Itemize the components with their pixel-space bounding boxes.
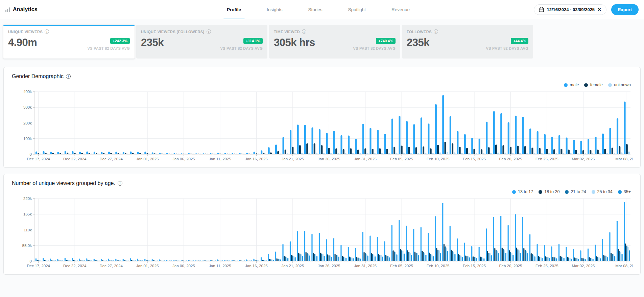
age-demographic-panel: Number of unique viewers grouped by age.…: [3, 174, 641, 275]
svg-text:Mar 02, 2025: Mar 02, 2025: [572, 264, 595, 268]
card-change-badge: +740.4%: [376, 38, 396, 44]
svg-text:Feb 05, 2025: Feb 05, 2025: [390, 264, 413, 268]
svg-text:Mar 08, 2025: Mar 08, 2025: [615, 157, 633, 161]
svg-text:Jan 01, 2025: Jan 01, 2025: [136, 264, 159, 268]
legend-dot-icon: [564, 83, 568, 87]
tab-revenue[interactable]: Revenue: [390, 0, 411, 19]
legend-label: 25 to 34: [597, 189, 613, 194]
svg-text:Jan 06, 2025: Jan 06, 2025: [172, 264, 195, 268]
tab-profile[interactable]: Profile: [225, 0, 242, 19]
svg-text:Jan 21, 2025: Jan 21, 2025: [282, 157, 304, 161]
legend-item-unknown[interactable]: unknown: [608, 83, 631, 87]
export-button[interactable]: Export: [611, 4, 639, 15]
svg-text:Feb 25, 2025: Feb 25, 2025: [535, 157, 558, 161]
card-value: 235k: [141, 37, 164, 49]
topbar-actions: 12/16/2024 - 03/09/2025 ✕ Export: [534, 4, 639, 15]
legend-dot-icon: [512, 190, 516, 194]
svg-text:300k: 300k: [23, 105, 32, 109]
svg-text:Dec 27, 2024: Dec 27, 2024: [99, 157, 123, 161]
gender-legend: malefemaleunknown: [12, 82, 631, 88]
legend-dot-icon: [618, 190, 622, 194]
legend-item-female[interactable]: female: [584, 83, 603, 87]
svg-text:Feb 20, 2025: Feb 20, 2025: [499, 264, 522, 268]
date-range-text: 12/16/2024 - 03/09/2025: [547, 7, 595, 12]
svg-text:Jan 01, 2025: Jan 01, 2025: [136, 157, 159, 161]
svg-text:0: 0: [30, 259, 32, 263]
svg-text:Feb 20, 2025: Feb 20, 2025: [499, 157, 522, 161]
legend-label: 18 to 20: [544, 189, 559, 194]
svg-text:Feb 25, 2025: Feb 25, 2025: [535, 264, 558, 268]
svg-text:Feb 10, 2025: Feb 10, 2025: [427, 157, 450, 161]
app-brand: Analytics: [5, 6, 38, 13]
card-label: UNIQUE VIEWERS: [8, 30, 43, 34]
card-value: 305k hrs: [274, 37, 315, 49]
legend-label: 13 to 17: [518, 189, 533, 194]
legend-dot-icon: [608, 83, 612, 87]
analytics-logo-icon: [5, 7, 10, 12]
legend-item-35+[interactable]: 35+: [618, 189, 631, 194]
svg-text:Dec 27, 2024: Dec 27, 2024: [99, 264, 123, 268]
legend-item-21-to-24[interactable]: 21 to 24: [565, 189, 586, 194]
svg-text:55.0k: 55.0k: [22, 244, 32, 248]
card-comparison-label: VS PAST 82 DAYS AVG: [87, 46, 130, 50]
svg-text:Jan 16, 2025: Jan 16, 2025: [245, 157, 268, 161]
age-bar-chart: 055.0k110k165k220kDec 17, 2024Dec 22, 20…: [12, 196, 633, 270]
nav-tabs: ProfileInsightsStoriesSpotlightRevenue: [225, 0, 411, 19]
card-label: FOLLOWERS: [407, 30, 432, 34]
legend-item-18-to-20[interactable]: 18 to 20: [539, 189, 559, 194]
gender-bar-chart: 0100k200k300k400kDec 17, 2024Dec 22, 202…: [12, 89, 633, 163]
svg-text:Feb 15, 2025: Feb 15, 2025: [463, 264, 486, 268]
svg-text:100k: 100k: [23, 137, 32, 141]
legend-item-13-to-17[interactable]: 13 to 17: [512, 189, 533, 194]
info-icon[interactable]: i: [207, 29, 211, 34]
svg-text:Dec 17, 2024: Dec 17, 2024: [27, 157, 50, 161]
info-icon[interactable]: i: [118, 181, 122, 186]
svg-text:Jan 06, 2025: Jan 06, 2025: [172, 157, 195, 161]
info-icon[interactable]: i: [45, 29, 49, 34]
card-comparison-label: VS PAST 82 DAYS AVG: [220, 46, 263, 50]
calendar-icon: [539, 7, 544, 12]
card-change-badge: +242.3%: [110, 38, 130, 44]
legend-label: female: [590, 83, 603, 87]
info-icon[interactable]: i: [302, 29, 306, 34]
legend-dot-icon: [539, 190, 542, 194]
tab-stories[interactable]: Stories: [307, 0, 324, 19]
svg-text:Jan 16, 2025: Jan 16, 2025: [245, 264, 268, 268]
top-bar: Analytics ProfileInsightsStoriesSpotligh…: [0, 0, 644, 19]
svg-text:Jan 31, 2025: Jan 31, 2025: [354, 264, 377, 268]
svg-text:Mar 08, 2025: Mar 08, 2025: [615, 264, 633, 268]
card-comparison-label: VS PAST 82 DAYS AVG: [486, 46, 528, 50]
svg-text:Feb 05, 2025: Feb 05, 2025: [390, 157, 413, 161]
legend-dot-icon: [592, 190, 595, 194]
date-range-picker[interactable]: 12/16/2024 - 03/09/2025 ✕: [534, 4, 606, 15]
legend-label: 35+: [624, 189, 631, 194]
svg-text:Dec 17, 2024: Dec 17, 2024: [27, 264, 50, 268]
tab-spotlight[interactable]: Spotlight: [347, 0, 367, 19]
card-change-badge: +114.1%: [243, 38, 263, 44]
svg-text:Jan 21, 2025: Jan 21, 2025: [282, 264, 304, 268]
stat-card-followers[interactable]: FOLLOWERSi235k+44.4%VS PAST 82 DAYS AVG: [402, 25, 533, 59]
svg-text:110k: 110k: [24, 228, 32, 232]
info-icon[interactable]: i: [66, 74, 71, 79]
legend-item-male[interactable]: male: [564, 83, 579, 87]
legend-dot-icon: [565, 190, 569, 194]
svg-text:Dec 22, 2024: Dec 22, 2024: [63, 264, 87, 268]
info-icon[interactable]: i: [434, 29, 438, 34]
gender-panel-title: Gender Demographic: [12, 73, 64, 79]
legend-item-25-to-34[interactable]: 25 to 34: [592, 189, 613, 194]
stat-card-unique-viewers[interactable]: UNIQUE VIEWERSi4.90m+242.3%VS PAST 82 DA…: [3, 25, 135, 59]
gender-demographic-panel: Gender Demographic i malefemaleunknown 0…: [3, 67, 641, 168]
svg-text:Dec 22, 2024: Dec 22, 2024: [63, 157, 87, 161]
stat-card-time-viewed[interactable]: TIME VIEWEDi305k hrs+740.4%VS PAST 82 DA…: [269, 25, 400, 59]
svg-text:400k: 400k: [23, 90, 32, 94]
stat-card-unique-viewers-followers[interactable]: UNIQUE VIEWERS (FOLLOWERS)i235k+114.1%VS…: [136, 25, 267, 59]
legend-label: male: [570, 83, 579, 87]
card-label: UNIQUE VIEWERS (FOLLOWERS): [141, 30, 205, 34]
tab-insights[interactable]: Insights: [265, 0, 284, 19]
stat-cards-row: UNIQUE VIEWERSi4.90m+242.3%VS PAST 82 DA…: [3, 25, 533, 59]
svg-text:Jan 11, 2025: Jan 11, 2025: [209, 264, 231, 268]
age-panel-title: Number of unique viewers grouped by age.: [12, 180, 115, 186]
svg-text:Jan 26, 2025: Jan 26, 2025: [318, 157, 340, 161]
clear-date-icon[interactable]: ✕: [597, 7, 601, 12]
svg-text:220k: 220k: [23, 197, 32, 201]
